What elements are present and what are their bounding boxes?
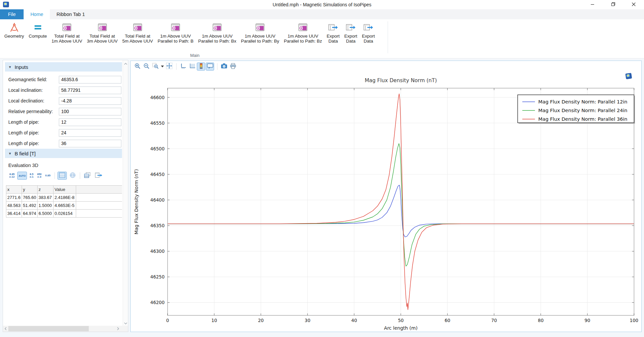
x-tick-label: 100 — [630, 318, 638, 323]
auto-notation-button[interactable]: AUTO — [17, 172, 27, 180]
tab-home[interactable]: Home — [24, 9, 50, 19]
input-row: Local declination: — [4, 95, 123, 106]
restore-button[interactable] — [603, 0, 623, 9]
compute-button[interactable]: Compute — [26, 21, 49, 39]
total-field-5m-button[interactable]: Total Field at5m Above UUV — [120, 21, 155, 44]
table-row[interactable]: 2771.6765.60383.672.4186E-8 — [6, 194, 122, 202]
table-row[interactable]: 48.56351.4921.50004.6653E-5 — [6, 202, 122, 210]
zoom-in-button[interactable] — [133, 63, 142, 71]
parallel-path-bx-button[interactable]: 1m Above UUVParallel to Path: Bx — [196, 21, 239, 44]
ribbon-button-label: ExportData — [362, 34, 375, 44]
length-of-pipe-field[interactable] — [59, 140, 121, 147]
export-table-button[interactable] — [94, 172, 104, 180]
compass-icon — [9, 22, 20, 33]
axis-icon — [180, 63, 187, 71]
window-title: Untitled.mph - Magnetic Simulations of I… — [0, 2, 644, 7]
decimal-notation-button[interactable]: 0.85 — [44, 172, 52, 180]
toolbar-separator — [176, 63, 177, 70]
export-table-icon — [95, 172, 103, 180]
scroll-right-icon[interactable] — [115, 326, 121, 332]
geometry-button[interactable]: Geometry — [2, 21, 26, 39]
print-button[interactable] — [229, 63, 237, 71]
restore-icon — [611, 2, 615, 8]
scroll-left-icon[interactable] — [3, 326, 8, 332]
local-inclination-field[interactable] — [59, 86, 121, 94]
axes-toggle-button[interactable] — [179, 63, 187, 71]
notation-label: e-12 — [9, 176, 15, 178]
equals-icon — [34, 22, 42, 33]
copy-table-icon — [84, 172, 91, 180]
scroll-down-icon[interactable] — [124, 321, 128, 325]
parallel-path-by-button[interactable]: 1m Above UUVParallel to Path: By — [239, 21, 282, 44]
grid-toggle-button[interactable] — [188, 63, 196, 71]
toolbar-separator — [55, 172, 55, 179]
ribbon-button-label: 1m Above UUVParallel to Path: By — [241, 34, 279, 44]
export-data-3-button[interactable]: ExportData — [360, 21, 377, 44]
scrollbar-thumb[interactable] — [8, 326, 89, 331]
dropdown-caret-icon[interactable] — [160, 63, 164, 71]
legend-entry-label: Mag Flux Density Norm: Parallel 24in — [538, 108, 627, 113]
engineering-notation-button[interactable]: 850e-3 — [36, 172, 43, 180]
table-view-button[interactable] — [58, 172, 67, 180]
ribbon-button-label: ExportData — [326, 34, 339, 44]
snapshot-button[interactable] — [220, 63, 228, 71]
total-field-1m-button[interactable]: Total Field at1m Above UUV — [49, 21, 84, 44]
export-data-1-button[interactable]: ExportData — [324, 21, 342, 44]
tooltip-toggle-button[interactable] — [206, 63, 214, 71]
x-tick-label: 50 — [398, 318, 404, 323]
input-row: Geomagnetic field: — [4, 74, 123, 85]
x-tick-label: 90 — [584, 318, 590, 323]
zoom-box-button[interactable] — [151, 63, 160, 71]
parallel-path-bz-button[interactable]: 1m Above UUVParallel to Path: Bz — [282, 21, 324, 44]
zoom-extents-button[interactable] — [165, 63, 173, 71]
table-cell: 6.5000 — [38, 210, 54, 218]
bfield-section-header[interactable]: ▼ B field [T] — [5, 149, 122, 158]
legend-toggle-button[interactable] — [197, 63, 205, 71]
ribbon-button-label: ExportData — [344, 34, 357, 44]
close-button[interactable] — [623, 0, 644, 9]
toolbar-separator — [217, 63, 217, 70]
table-cell: 4.6653E-5 — [54, 202, 76, 210]
input-row: Length of pipe: — [4, 138, 123, 149]
scientific-notation-button[interactable]: 8.5e-1 — [29, 172, 35, 180]
length-of-pipe-field[interactable] — [59, 118, 121, 126]
y-tick-label: 46400 — [150, 197, 165, 203]
app-window: Untitled.mph - Magnetic Simulations of I… — [0, 0, 644, 337]
settings-vertical-scrollbar[interactable] — [123, 60, 128, 326]
zoom-out-button[interactable] — [142, 63, 151, 71]
ribbon-group-label: Main — [2, 53, 388, 58]
sphere-view-button[interactable] — [68, 172, 77, 180]
tab-ribbon-tab-1[interactable]: Ribbon Tab 1 — [50, 9, 91, 19]
inputs-section-header[interactable]: ▼ Inputs — [5, 62, 122, 72]
field-label: Length of pipe: — [8, 141, 59, 146]
relative-permeability-field[interactable] — [59, 108, 121, 115]
parallel-path-b-button[interactable]: 1m Above UUVParallel to Path: B — [155, 21, 196, 44]
minimize-button[interactable] — [582, 0, 603, 9]
copy-table-button[interactable] — [83, 172, 92, 180]
total-field-3m-button[interactable]: Total Field at3m Above UUV — [84, 21, 120, 44]
field-label: Length of pipe: — [8, 119, 59, 125]
tab-file[interactable]: File — [0, 9, 24, 19]
table-cell-empty — [76, 210, 122, 218]
table-toolbar: 8.85e-12AUTO8.5e-1850e-30.85 — [8, 171, 123, 180]
length-of-pipe-field[interactable] — [59, 129, 121, 137]
table-cell: 0.026154 — [54, 210, 76, 218]
extents-icon — [166, 63, 173, 71]
export-data-2-button[interactable]: ExportData — [342, 21, 359, 44]
settings-horizontal-scrollbar[interactable] — [3, 326, 128, 332]
x-tick-label: 60 — [445, 318, 450, 323]
ribbon-button-label: 1m Above UUVParallel to Path: Bx — [198, 34, 236, 44]
table-cell: 765.60 — [22, 194, 38, 202]
plot-canvas[interactable]: 0102030405060708090100462004625046300463… — [131, 71, 641, 332]
scroll-up-icon[interactable] — [124, 61, 128, 65]
table-cell: 64.974 — [22, 210, 38, 218]
table-row[interactable]: 36.41464.9746.50000.026154 — [6, 210, 122, 218]
geomagnetic-field-field[interactable] — [59, 76, 121, 84]
column-header-y: y — [22, 186, 38, 194]
full-precision-button[interactable]: 8.85e-12 — [8, 172, 16, 180]
plot-icon — [212, 22, 222, 33]
camera-icon — [221, 63, 227, 70]
local-declination-field[interactable] — [59, 97, 121, 105]
y-tick-label: 46250 — [150, 274, 165, 279]
plot-icon — [171, 22, 180, 33]
